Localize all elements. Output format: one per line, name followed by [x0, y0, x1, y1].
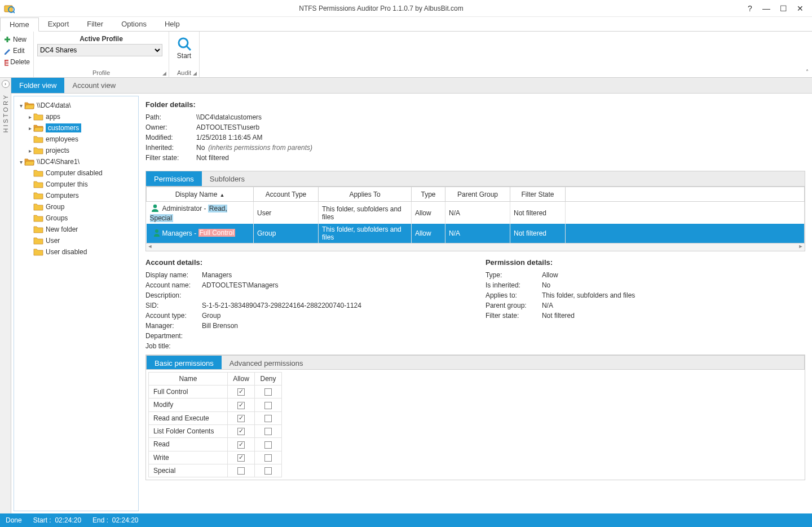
minimize-button[interactable]: — — [758, 4, 775, 13]
basic-perm-row: Read — [149, 438, 282, 451]
tree-node[interactable]: User disabled — [15, 246, 137, 258]
col-filter-state[interactable]: Filter State — [510, 187, 566, 202]
permissions-hscroll[interactable]: ◄ ► — [145, 243, 805, 251]
permission-row[interactable]: Managers - Full ControlGroupThis folder,… — [147, 224, 805, 243]
tree-node[interactable]: Computer disabled — [15, 167, 137, 179]
permissions-tabs: Permissions Subfolders — [145, 171, 805, 187]
tree-node[interactable]: ▸customers — [15, 122, 137, 134]
help-button[interactable]: ? — [744, 4, 756, 13]
new-profile-button[interactable]: New — [3, 34, 30, 45]
tree-node[interactable]: User — [15, 235, 137, 246]
active-profile-header: Active Profile — [37, 34, 165, 44]
tree-node[interactable]: ▸projects — [15, 145, 137, 156]
profile-group-launcher[interactable]: ◢ — [162, 70, 166, 76]
col-parent-group[interactable]: Parent Group — [445, 187, 510, 202]
allow-checkbox[interactable] — [237, 428, 245, 435]
group-icon — [150, 228, 160, 239]
tree-node[interactable]: ▸apps — [15, 111, 137, 122]
scroll-right-icon[interactable]: ► — [797, 243, 805, 250]
tree-node-label: Computer disabled — [46, 169, 103, 177]
deny-checkbox[interactable] — [264, 428, 272, 435]
basic-perm-name: List Folder Contents — [149, 424, 228, 437]
tree-expander-icon[interactable]: ▾ — [17, 159, 24, 165]
close-button[interactable]: ✕ — [792, 4, 809, 13]
allow-checkbox[interactable] — [237, 441, 245, 449]
deny-checkbox[interactable] — [264, 454, 272, 462]
acc-key: Description: — [145, 290, 202, 300]
allow-checkbox[interactable] — [237, 388, 245, 396]
tree-expander-icon[interactable]: ▸ — [27, 148, 33, 154]
tab-permissions[interactable]: Permissions — [146, 171, 202, 186]
permission-details-title: Permission details: — [486, 258, 635, 267]
allow-checkbox[interactable] — [237, 415, 245, 422]
tree-node[interactable]: Computers — [15, 190, 137, 201]
pd-key: Filter state: — [486, 311, 542, 321]
col-applies-to[interactable]: Applies To — [319, 187, 412, 202]
menu-options[interactable]: Options — [112, 17, 156, 30]
col-display-name[interactable]: Display Name▲ — [147, 187, 254, 202]
folder-details-title: Folder details: — [145, 100, 805, 109]
start-audit-label: Start — [177, 52, 191, 60]
basic-col-name[interactable]: Name — [149, 373, 228, 386]
menu-bar: Home Export Filter Options Help — [0, 17, 812, 32]
tab-subfolders[interactable]: Subfolders — [202, 171, 253, 186]
tree-expander-icon[interactable]: ▾ — [17, 103, 24, 109]
magnifier-icon — [176, 36, 192, 52]
scroll-left-icon[interactable]: ◄ — [146, 243, 154, 250]
deny-checkbox[interactable] — [264, 402, 272, 409]
tree-node[interactable]: Computer this — [15, 179, 137, 190]
new-profile-label: New — [13, 36, 27, 43]
tree-node[interactable]: Groups — [15, 212, 137, 224]
basic-col-deny[interactable]: Deny — [255, 373, 282, 386]
allow-checkbox[interactable] — [237, 454, 245, 462]
maximize-button[interactable]: ☐ — [775, 4, 792, 13]
tree-node-label: Computer this — [46, 180, 88, 188]
deny-checkbox[interactable] — [264, 467, 272, 475]
allow-checkbox[interactable] — [237, 467, 245, 475]
tree-node[interactable]: Group — [15, 201, 137, 212]
menu-help[interactable]: Help — [156, 17, 189, 30]
deny-checkbox[interactable] — [264, 441, 272, 449]
tab-account-view[interactable]: Account view — [64, 78, 123, 93]
ribbon-collapse-button[interactable]: ˄ — [806, 69, 809, 75]
col-type[interactable]: Type — [412, 187, 445, 202]
acc-val: Managers — [202, 270, 232, 280]
active-profile-select[interactable]: DC4 Shares — [37, 44, 162, 56]
folder-tree[interactable]: ▾\\DC4\data\▸apps▸customersemployees▸pro… — [14, 96, 139, 511]
allow-checkbox[interactable] — [237, 402, 245, 409]
delete-profile-button[interactable]: Delete — [3, 56, 30, 68]
tree-node[interactable]: ▾\\DC4\data\ — [15, 100, 137, 111]
menu-home[interactable]: Home — [0, 17, 39, 32]
tree-node-label: employees — [46, 135, 78, 143]
start-audit-button[interactable]: Start — [176, 34, 192, 60]
tree-expander-icon[interactable]: ▸ — [27, 114, 33, 120]
tree-expander-icon[interactable]: ▸ — [27, 125, 33, 131]
tree-node[interactable]: employees — [15, 134, 137, 145]
perm-parent-group: N/A — [445, 224, 510, 243]
edit-profile-button[interactable]: Edit — [3, 45, 30, 56]
audit-group-launcher[interactable]: ◢ — [193, 70, 197, 76]
history-expand-button[interactable]: › — [2, 80, 10, 88]
history-label: HISTORY — [2, 94, 9, 133]
deny-checkbox[interactable] — [264, 415, 272, 422]
tab-advanced-permissions[interactable]: Advanced permissions — [222, 356, 311, 369]
permission-row[interactable]: Administrator - Read, SpecialUserThis fo… — [147, 202, 805, 224]
split-pane: ▾\\DC4\data\▸apps▸customersemployees▸pro… — [11, 94, 812, 513]
basic-perm-row: Special — [149, 464, 282, 477]
basic-perm-name: Modify — [149, 398, 228, 411]
col-account-type[interactable]: Account Type — [254, 187, 319, 202]
filter-state-label: Filter state: — [145, 153, 196, 163]
basic-col-allow[interactable]: Allow — [228, 373, 255, 386]
edit-profile-label: Edit — [13, 47, 25, 55]
profile-group-label: Profile — [34, 69, 169, 76]
menu-export[interactable]: Export — [39, 17, 78, 30]
tree-node[interactable]: ▾\\DC4\Share1\ — [15, 156, 137, 167]
pd-key: Applies to: — [486, 290, 542, 300]
tab-folder-view[interactable]: Folder view — [11, 78, 64, 93]
menu-filter[interactable]: Filter — [78, 17, 112, 30]
perm-type: Allow — [412, 224, 445, 243]
deny-checkbox[interactable] — [264, 388, 272, 396]
tab-basic-permissions[interactable]: Basic permissions — [147, 356, 222, 369]
tree-node[interactable]: New folder — [15, 224, 137, 235]
tree-node-label: Computers — [46, 192, 79, 200]
